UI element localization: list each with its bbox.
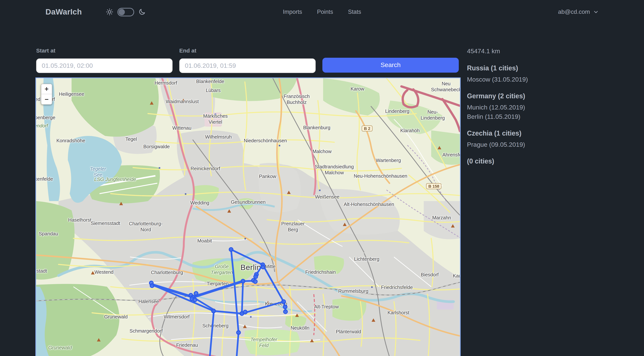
city-entry: Moscow (31.05.2019) <box>467 75 616 84</box>
country-block: Russia (1 cities)Moscow (31.05.2019) <box>467 64 616 84</box>
end-at-label: End at <box>179 47 316 54</box>
start-at-input[interactable] <box>36 58 172 73</box>
theme-toggle-knob <box>118 9 125 15</box>
map-zoom-out-button[interactable]: − <box>41 94 52 104</box>
nav-link-imports[interactable]: Imports <box>283 8 302 15</box>
stats-panel: 45474.1 km Russia (1 cities)Moscow (31.0… <box>467 48 616 174</box>
total-distance: 45474.1 km <box>467 48 616 55</box>
city-entry: Munich (12.05.2019) <box>467 103 616 112</box>
map-zoom-in-button[interactable]: + <box>41 84 52 94</box>
map-container[interactable]: HermsdorfBlankenfeldeKarowNeu Schwanebec… <box>36 77 461 356</box>
countries-list: Russia (1 cities)Moscow (31.05.2019)Germ… <box>467 64 616 165</box>
app-root: DaWarIch ImportsPointsStats ab@cd.com <box>0 0 644 356</box>
theme-toggle-group <box>106 8 146 16</box>
city-entry: Prague (09.05.2019) <box>467 140 616 149</box>
end-at-field: End at <box>179 47 316 73</box>
navbar: DaWarIch ImportsPointsStats ab@cd.com <box>0 0 644 24</box>
chevron-down-icon <box>593 9 598 14</box>
nav-link-stats[interactable]: Stats <box>348 8 361 15</box>
country-heading: Russia (1 cities) <box>467 64 616 72</box>
country-block: Germany (2 cities)Munich (12.05.2019)Ber… <box>467 92 616 121</box>
theme-toggle[interactable] <box>117 8 134 16</box>
nav-link-points[interactable]: Points <box>317 8 333 15</box>
map-zoom-control: + − <box>41 84 52 105</box>
sun-icon <box>106 8 113 16</box>
country-heading: Germany (2 cities) <box>467 92 616 100</box>
main-nav: ImportsPointsStats <box>283 8 361 15</box>
search-button[interactable]: Search <box>322 58 459 73</box>
country-heading: (0 cities) <box>467 158 616 165</box>
start-at-field: Start at <box>36 47 172 73</box>
country-block: (0 cities) <box>467 158 616 165</box>
city-entry: Berlin (11.05.2019) <box>467 112 616 121</box>
moon-icon <box>138 8 146 16</box>
user-menu[interactable]: ab@cd.com <box>558 8 598 15</box>
country-block: Czechia (1 cities)Prague (09.05.2019) <box>467 130 616 149</box>
map-tiles <box>36 78 460 356</box>
start-at-label: Start at <box>36 47 172 54</box>
app-logo[interactable]: DaWarIch <box>46 7 82 16</box>
user-email: ab@cd.com <box>558 8 590 15</box>
end-at-input[interactable] <box>179 58 316 73</box>
country-heading: Czechia (1 cities) <box>467 130 616 137</box>
